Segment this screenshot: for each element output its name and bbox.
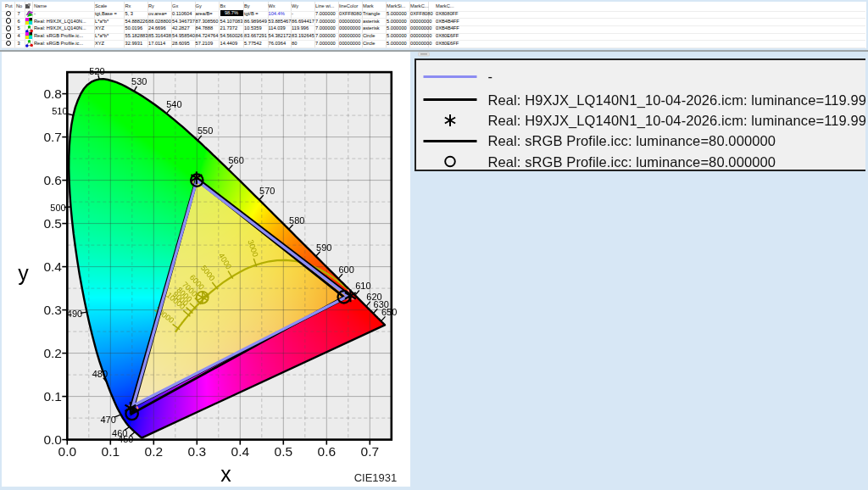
svg-text:530: 530 bbox=[131, 76, 147, 86]
svg-text:y: y bbox=[18, 261, 29, 285]
svg-text:0.6: 0.6 bbox=[43, 173, 62, 187]
svg-text:580: 580 bbox=[289, 215, 304, 226]
svg-text:540: 540 bbox=[166, 99, 181, 109]
svg-text:0.7: 0.7 bbox=[361, 444, 380, 459]
svg-text:0.3: 0.3 bbox=[188, 444, 207, 459]
svg-text:470: 470 bbox=[100, 415, 115, 425]
svg-text:0.1: 0.1 bbox=[102, 444, 120, 459]
svg-text:CIE1931: CIE1931 bbox=[354, 471, 398, 484]
svg-text:0.6: 0.6 bbox=[318, 444, 337, 459]
svg-text:0.1: 0.1 bbox=[43, 389, 62, 404]
svg-text:590: 590 bbox=[316, 242, 331, 253]
svg-text:560: 560 bbox=[228, 155, 243, 165]
svg-text:0.2: 0.2 bbox=[43, 346, 62, 360]
svg-text:570: 570 bbox=[259, 186, 275, 196]
svg-text:610: 610 bbox=[355, 281, 370, 291]
svg-text:490: 490 bbox=[67, 309, 82, 319]
svg-text:0.4: 0.4 bbox=[231, 444, 250, 459]
svg-text:460: 460 bbox=[112, 428, 127, 438]
svg-text:510: 510 bbox=[52, 106, 67, 116]
svg-text:650: 650 bbox=[381, 307, 397, 317]
svg-text:600: 600 bbox=[338, 264, 353, 275]
svg-text:0.0: 0.0 bbox=[43, 432, 62, 447]
svg-text:550: 550 bbox=[198, 125, 213, 136]
svg-text:0.2: 0.2 bbox=[145, 444, 164, 459]
svg-text:0.7: 0.7 bbox=[43, 130, 62, 144]
svg-text:0.8: 0.8 bbox=[43, 86, 62, 101]
svg-text:0.4: 0.4 bbox=[43, 259, 62, 274]
svg-text:3000: 3000 bbox=[246, 239, 259, 259]
svg-text:0.3: 0.3 bbox=[43, 303, 62, 317]
svg-text:x: x bbox=[220, 462, 231, 486]
svg-text:500: 500 bbox=[50, 203, 65, 213]
svg-text:0.5: 0.5 bbox=[275, 444, 293, 459]
svg-text:4000: 4000 bbox=[217, 252, 233, 271]
svg-text:480: 480 bbox=[92, 369, 108, 379]
svg-text:0.5: 0.5 bbox=[43, 216, 62, 231]
